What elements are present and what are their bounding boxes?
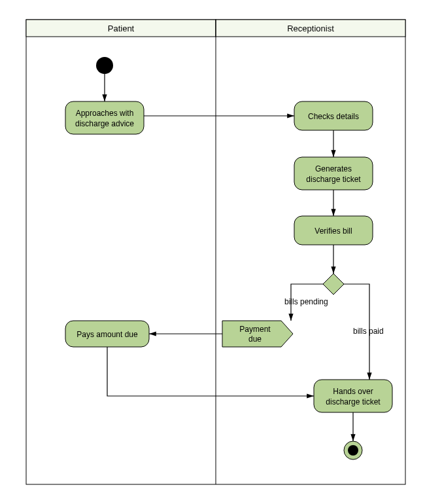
node-hands-over-label2: discharge ticket [326, 397, 381, 406]
svg-text:discharge advice: discharge advice [75, 119, 134, 128]
svg-point-4 [96, 57, 113, 74]
node-payment-due-label1: Payment [239, 325, 271, 334]
guard-bills-paid: bills paid [353, 327, 384, 336]
node-checks-details-label: Checks details [308, 112, 359, 121]
svg-rect-9 [294, 157, 373, 190]
node-verifies-bill: Verifies bill [294, 216, 373, 245]
node-generates-label1: Generates [315, 164, 352, 173]
lane-header-patient: Patient [108, 24, 135, 33]
decision-node [323, 274, 344, 295]
svg-text:discharge ticket: discharge ticket [326, 397, 381, 406]
node-generates-label2: discharge ticket [306, 175, 361, 184]
node-pays-amount: Pays amount due [65, 321, 149, 347]
activity-diagram: Patient Receptionist Approaches with dis… [0, 0, 425, 504]
node-pays-amount-label: Pays amount due [76, 330, 138, 339]
svg-text:Approaches with: Approaches with [76, 109, 134, 118]
lane-header-receptionist: Receptionist [287, 24, 334, 33]
node-payment-due: Payment due [222, 321, 293, 347]
node-verifies-bill-label: Verifies bill [314, 226, 352, 236]
svg-marker-13 [323, 274, 344, 295]
node-approaches-label1: Approaches with [76, 109, 134, 118]
final-node [344, 441, 362, 459]
initial-node [96, 57, 113, 74]
svg-text:discharge ticket: discharge ticket [306, 175, 361, 184]
svg-text:Generates: Generates [315, 164, 352, 173]
node-generates-ticket: Generates discharge ticket [294, 157, 373, 190]
node-approaches: Approaches with discharge advice [65, 101, 144, 134]
node-hands-over: Hands over discharge ticket [314, 380, 392, 412]
svg-text:due: due [248, 334, 262, 344]
guard-bills-pending: bills pending [284, 297, 328, 306]
svg-point-21 [348, 445, 358, 456]
swimlane-frame: Patient Receptionist [26, 20, 405, 484]
node-hands-over-label1: Hands over [333, 387, 373, 396]
node-payment-due-label2: due [248, 334, 262, 344]
node-approaches-label2: discharge advice [75, 119, 134, 128]
node-checks-details: Checks details [294, 101, 373, 130]
svg-rect-5 [65, 101, 144, 134]
svg-rect-17 [314, 380, 392, 412]
svg-text:Payment: Payment [239, 325, 271, 334]
edge-pays-handsover [107, 347, 314, 396]
svg-text:Hands over: Hands over [333, 387, 373, 396]
